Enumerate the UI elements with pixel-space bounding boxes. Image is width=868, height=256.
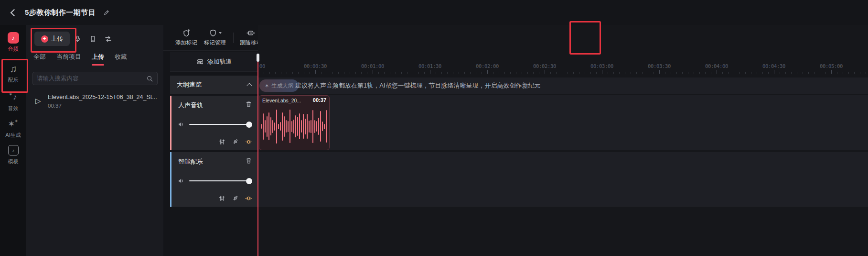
play-icon[interactable]: ▷ <box>35 97 41 105</box>
timeline-ruler[interactable]: 00:0000:00:3000:01:0000:01:3000:02:0000:… <box>258 52 868 77</box>
ruler-tick <box>384 72 385 74</box>
waveform-bar <box>295 115 296 137</box>
sidebar-item-sfx[interactable]: ✶♪ 音效 <box>0 91 26 112</box>
waveform-bar <box>305 119 306 134</box>
volume-slider[interactable] <box>189 124 251 125</box>
mic-icon[interactable] <box>232 195 239 202</box>
ruler-tick <box>292 72 293 74</box>
ruler-tick <box>287 72 287 74</box>
waveform-bar <box>265 120 266 133</box>
ruler-tick <box>860 72 860 74</box>
waveform-bar <box>322 122 323 131</box>
edit-title-icon[interactable] <box>103 9 110 16</box>
waveform-bar <box>297 117 298 136</box>
waveform-bar <box>311 120 311 133</box>
ruler-tick <box>722 72 723 74</box>
waveform-bar <box>272 120 273 133</box>
waveform-bar <box>280 122 281 131</box>
generate-outline-button[interactable]: ✶ 生成大纲 <box>259 79 299 92</box>
outline-hint-text: 建议将人声音频都放在第1轨，AI帮您一键梳理，节目脉络清晰呈现，开启高效创作新纪… <box>295 78 541 94</box>
mic-icon[interactable] <box>232 138 239 145</box>
sidebar-item-ai-generate[interactable]: ✶✶ AI生成 <box>0 118 26 139</box>
toolbar-add-marker[interactable]: 添加标记 <box>175 28 197 46</box>
trash-icon[interactable] <box>245 100 252 108</box>
sidebar-item-audio[interactable]: ♪ 音频 <box>0 32 26 53</box>
tab-all[interactable]: 全部 <box>33 53 46 66</box>
ruler-tick <box>694 72 694 74</box>
ruler-tick <box>332 72 333 74</box>
sparkle-icon: ✶ <box>265 83 269 89</box>
phone-import-icon[interactable] <box>89 35 97 43</box>
ruler-tick <box>699 72 700 74</box>
trash-icon[interactable] <box>245 157 252 164</box>
ruler-tick <box>711 72 711 74</box>
add-track-button[interactable]: 添加轨道 <box>170 52 258 72</box>
ruler-tick <box>671 72 671 74</box>
ruler-tick <box>470 72 471 74</box>
fade-icon[interactable] <box>245 195 252 202</box>
ruler-tick <box>407 72 407 74</box>
volume-slider-knob[interactable] <box>246 122 252 128</box>
ruler-tick <box>825 72 826 74</box>
marker-add-icon <box>175 28 197 38</box>
ruler-tick <box>373 70 373 74</box>
ruler-tick <box>545 70 545 74</box>
fade-icon[interactable] <box>245 138 252 145</box>
ruler-tick <box>625 72 625 74</box>
chevron-up-icon[interactable] <box>246 83 252 88</box>
audio-clip[interactable]: ElevenLabs_20... 00:37 <box>259 95 330 150</box>
ruler-tick <box>573 72 574 74</box>
ruler-tick <box>424 72 425 74</box>
waveform <box>261 104 328 148</box>
waveform-bar <box>289 110 290 143</box>
tab-upload[interactable]: 上传 <box>92 53 104 66</box>
tab-current-project[interactable]: 当前项目 <box>56 53 81 66</box>
toolbar-marker-manager[interactable]: 标记管理 <box>204 28 226 46</box>
equalizer-icon[interactable] <box>218 195 225 202</box>
waveform-bar <box>309 121 310 133</box>
back-button[interactable] <box>10 9 17 16</box>
tab-favorites[interactable]: 收藏 <box>115 53 127 66</box>
ruler-tick <box>264 72 264 74</box>
waveform-bar <box>274 122 275 131</box>
audio-file-item[interactable]: ▷ ElevenLabs_2025-12-15T06_38_24_St... 0… <box>32 92 159 114</box>
ruler-tick <box>355 72 356 74</box>
sync-transfer-icon[interactable] <box>104 35 112 43</box>
ruler-tick <box>848 72 849 74</box>
ruler-tick <box>504 72 505 74</box>
search-input[interactable] <box>33 75 146 82</box>
active-tab-underline <box>92 64 104 66</box>
ruler-tick <box>539 72 539 74</box>
ruler-tick <box>344 72 344 74</box>
ruler-tick <box>619 72 620 74</box>
ruler-tick <box>654 72 654 74</box>
waveform-bar <box>282 112 283 141</box>
waveform-bar <box>301 120 302 133</box>
volume-slider-knob[interactable] <box>246 178 252 184</box>
waveform-bar <box>320 111 321 142</box>
media-library-panel: + 上传 全部 当前项目 上传 收藏 <box>26 25 163 256</box>
ruler-tick <box>797 72 797 74</box>
ruler-tick <box>613 72 614 74</box>
waveform-bar <box>263 113 264 140</box>
waveform-bar <box>270 117 271 135</box>
ruler-tick <box>831 70 832 74</box>
equalizer-icon[interactable] <box>218 138 225 145</box>
ruler-tick <box>562 72 562 74</box>
template-icon: ♪ <box>0 144 26 156</box>
track-card-vocal[interactable]: 人声音轨 <box>170 96 258 150</box>
track-card-smart-music[interactable]: 智能配乐 <box>170 152 258 207</box>
ruler-tick <box>269 72 270 74</box>
sidebar-item-template[interactable]: ♪ 模板 <box>0 144 26 165</box>
ruler-tick <box>310 72 310 74</box>
playhead-line <box>257 61 258 256</box>
ruler-tick <box>315 70 316 74</box>
ruler-tick <box>665 72 665 74</box>
playhead-handle[interactable] <box>257 54 259 62</box>
outline-section-header[interactable]: 大纲速览 <box>170 76 258 94</box>
volume-slider[interactable] <box>189 180 251 181</box>
search-icon[interactable] <box>146 75 157 82</box>
ruler-tick <box>527 72 528 74</box>
ruler-tick <box>396 72 396 74</box>
ruler-tick <box>791 72 792 74</box>
